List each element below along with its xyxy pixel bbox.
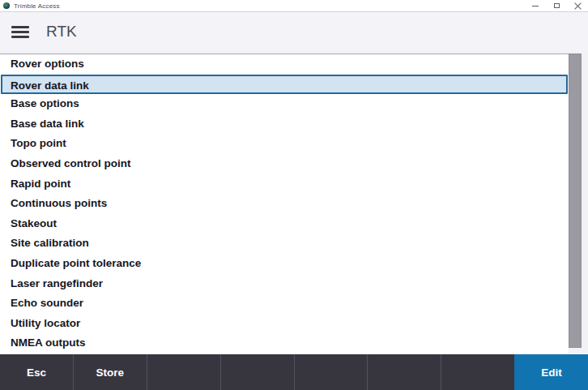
list-item-rover-data-link[interactable]: Rover data link bbox=[1, 75, 568, 95]
list-item-duplicate-point-tolerance[interactable]: Duplicate point tolerance bbox=[0, 254, 569, 274]
softkey-empty-1 bbox=[147, 354, 220, 390]
softkey-empty-4 bbox=[367, 354, 441, 390]
vertical-scrollbar[interactable] bbox=[569, 54, 588, 352]
hamburger-menu-icon[interactable] bbox=[11, 26, 29, 38]
close-icon[interactable] bbox=[567, 0, 588, 11]
list-item-nmea-outputs[interactable]: NMEA outputs bbox=[0, 333, 569, 354]
titlebar: Trimble Access bbox=[0, 0, 588, 12]
softkey-empty-2 bbox=[220, 354, 294, 390]
list-item-laser-rangefinder[interactable]: Laser rangefinder bbox=[0, 274, 569, 294]
app-header: RTK bbox=[0, 12, 588, 51]
trimble-access-logo-icon bbox=[3, 2, 10, 9]
softkey-bar: Esc Store Edit bbox=[0, 354, 588, 390]
minimize-icon[interactable] bbox=[525, 0, 546, 11]
list-item-rapid-point[interactable]: Rapid point bbox=[0, 174, 569, 195]
maximize-icon[interactable] bbox=[546, 0, 567, 11]
list-item-rover-options[interactable]: Rover options bbox=[0, 54, 569, 75]
settings-list: Rover options Rover data link Base optio… bbox=[0, 54, 569, 354]
main-content: Rover options Rover data link Base optio… bbox=[0, 51, 588, 354]
scrollbar-thumb[interactable] bbox=[569, 54, 582, 348]
page-title: RTK bbox=[46, 23, 77, 41]
softkey-empty-5 bbox=[441, 354, 514, 390]
list-item-utility-locator[interactable]: Utility locator bbox=[0, 314, 569, 334]
list-item-site-calibration[interactable]: Site calibration bbox=[0, 234, 569, 254]
esc-button[interactable]: Esc bbox=[0, 354, 73, 390]
list-item-stakeout[interactable]: Stakeout bbox=[0, 214, 569, 234]
list-item-topo-point[interactable]: Topo point bbox=[0, 134, 569, 154]
edit-button[interactable]: Edit bbox=[514, 354, 588, 390]
list-item-base-options[interactable]: Base options bbox=[0, 94, 569, 114]
list-item-continuous-points[interactable]: Continuous points bbox=[0, 194, 569, 214]
list-item-echo-sounder[interactable]: Echo sounder bbox=[0, 294, 569, 314]
softkey-empty-3 bbox=[294, 354, 368, 390]
list-item-base-data-link[interactable]: Base data link bbox=[0, 114, 569, 135]
window-title: Trimble Access bbox=[14, 2, 60, 10]
store-button[interactable]: Store bbox=[73, 354, 147, 390]
window-controls bbox=[525, 0, 588, 11]
list-item-observed-control-point[interactable]: Observed control point bbox=[0, 154, 569, 174]
app-window: Trimble Access RTK Rover options Rover d… bbox=[0, 0, 588, 390]
